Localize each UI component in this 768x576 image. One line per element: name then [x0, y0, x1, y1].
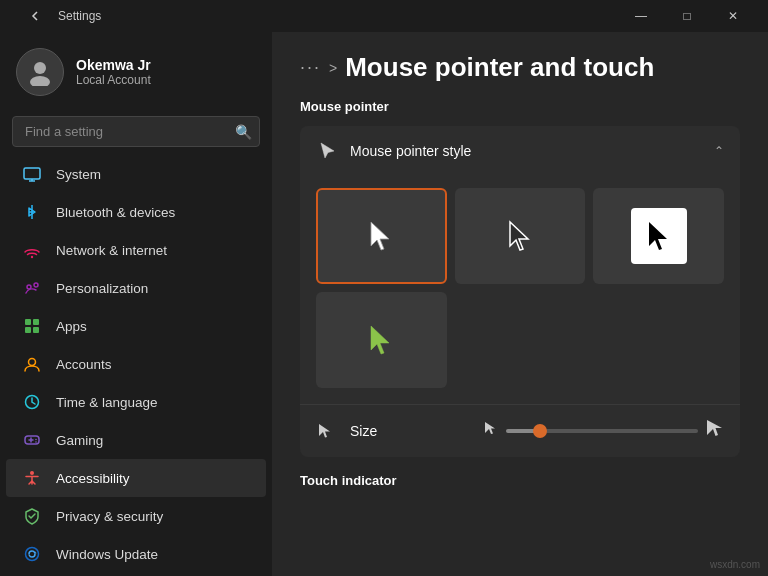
size-label: Size [350, 423, 470, 439]
main-layout: Okemwa Jr Local Account 🔍 System [0, 32, 768, 576]
content-area: ··· > Mouse pointer and touch Mouse poin… [272, 32, 768, 576]
pointer-style-card: Mouse pointer style ⌃ [300, 126, 740, 457]
accounts-icon [22, 354, 42, 374]
svg-point-7 [27, 285, 31, 289]
sidebar-item-privacy[interactable]: Privacy & security [6, 497, 266, 535]
search-icon[interactable]: 🔍 [235, 124, 252, 140]
avatar [16, 48, 64, 96]
search-container: 🔍 [12, 116, 260, 147]
breadcrumb-dots[interactable]: ··· [300, 57, 321, 78]
svg-point-6 [34, 283, 38, 287]
sidebar-label-system: System [56, 167, 101, 182]
size-cursor-small-icon [484, 421, 498, 441]
windows-update-icon [22, 544, 42, 564]
pointer-options-grid [300, 176, 740, 404]
svg-point-18 [26, 548, 39, 561]
svg-point-5 [31, 256, 33, 258]
sidebar-item-apps[interactable]: Apps [6, 307, 266, 345]
svg-rect-8 [25, 319, 31, 325]
svg-point-16 [35, 441, 37, 443]
svg-rect-11 [33, 327, 39, 333]
sidebar-item-bluetooth[interactable]: Bluetooth & devices [6, 193, 266, 231]
user-info: Okemwa Jr Local Account [76, 57, 151, 87]
sidebar-label-windows-update: Windows Update [56, 547, 158, 562]
user-name: Okemwa Jr [76, 57, 151, 73]
svg-point-0 [34, 62, 46, 74]
pointer-option-inverted[interactable] [593, 188, 724, 284]
close-button[interactable]: ✕ [710, 0, 756, 32]
titlebar: Settings — □ ✕ [0, 0, 768, 32]
touch-indicator-heading: Touch indicator [300, 473, 740, 488]
sidebar-item-personalization[interactable]: Personalization [6, 269, 266, 307]
privacy-icon [22, 506, 42, 526]
sidebar-label-apps: Apps [56, 319, 87, 334]
chevron-up-icon: ⌃ [714, 144, 724, 158]
accessibility-icon [22, 468, 42, 488]
pointer-option-green[interactable] [316, 292, 447, 388]
breadcrumb-separator: > [329, 60, 337, 76]
pointer-option-white[interactable] [316, 188, 447, 284]
pointer-style-header[interactable]: Mouse pointer style ⌃ [300, 126, 740, 176]
user-account-type: Local Account [76, 73, 151, 87]
svg-rect-2 [24, 168, 40, 179]
size-cursor-large-icon [706, 419, 724, 443]
svg-point-1 [30, 76, 50, 86]
time-icon [22, 392, 42, 412]
sidebar-item-gaming[interactable]: Gaming [6, 421, 266, 459]
svg-point-12 [29, 359, 36, 366]
sidebar-item-network[interactable]: Network & internet [6, 231, 266, 269]
svg-point-17 [30, 471, 34, 475]
window-controls: — □ ✕ [618, 0, 756, 32]
sidebar-label-bluetooth: Bluetooth & devices [56, 205, 175, 220]
personalization-icon [22, 278, 42, 298]
sidebar-item-system[interactable]: System [6, 155, 266, 193]
svg-rect-9 [33, 319, 39, 325]
size-cursor-icon [316, 421, 336, 441]
maximize-button[interactable]: □ [664, 0, 710, 32]
apps-icon [22, 316, 42, 336]
user-profile[interactable]: Okemwa Jr Local Account [0, 32, 272, 112]
titlebar-title: Settings [58, 9, 618, 23]
pointer-style-icon [316, 140, 338, 162]
mouse-pointer-heading: Mouse pointer [300, 99, 740, 114]
size-slider[interactable] [506, 429, 698, 433]
pointer-style-label: Mouse pointer style [350, 143, 702, 159]
page-title: Mouse pointer and touch [345, 52, 654, 83]
gaming-icon [22, 430, 42, 450]
sidebar-nav: System Bluetooth & devices [0, 155, 272, 573]
sidebar-label-personalization: Personalization [56, 281, 148, 296]
pointer-option-outline[interactable] [455, 188, 586, 284]
size-slider-container [484, 419, 724, 443]
size-row: Size [300, 404, 740, 457]
sidebar-label-network: Network & internet [56, 243, 167, 258]
sidebar-label-time: Time & language [56, 395, 158, 410]
sidebar-item-windows-update[interactable]: Windows Update [6, 535, 266, 573]
sidebar-item-accessibility[interactable]: Accessibility [6, 459, 266, 497]
sidebar-item-time[interactable]: Time & language [6, 383, 266, 421]
sidebar: Okemwa Jr Local Account 🔍 System [0, 32, 272, 576]
back-button[interactable] [12, 0, 58, 32]
network-icon [22, 240, 42, 260]
bluetooth-icon [22, 202, 42, 222]
svg-point-15 [35, 439, 37, 441]
sidebar-label-gaming: Gaming [56, 433, 103, 448]
sidebar-label-accounts: Accounts [56, 357, 112, 372]
system-icon [22, 164, 42, 184]
svg-rect-10 [25, 327, 31, 333]
search-input[interactable] [12, 116, 260, 147]
sidebar-item-accounts[interactable]: Accounts [6, 345, 266, 383]
minimize-button[interactable]: — [618, 0, 664, 32]
breadcrumb: ··· > Mouse pointer and touch [300, 52, 740, 83]
sidebar-label-accessibility: Accessibility [56, 471, 130, 486]
sidebar-label-privacy: Privacy & security [56, 509, 163, 524]
